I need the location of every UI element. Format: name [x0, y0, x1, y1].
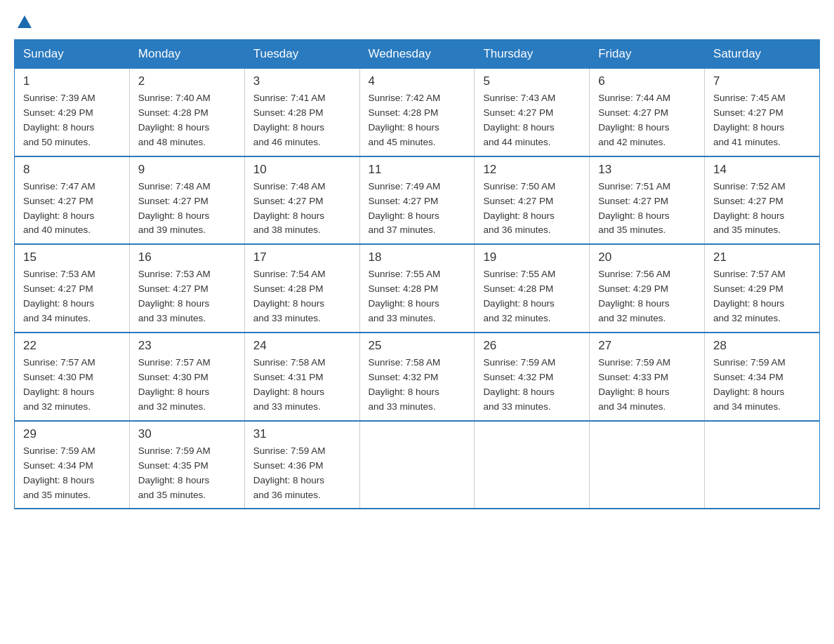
calendar-day-cell: 26 Sunrise: 7:59 AM Sunset: 4:32 PM Dayl… [475, 333, 590, 421]
day-number: 22 [23, 339, 121, 353]
day-info: Sunrise: 7:45 AM Sunset: 4:27 PM Dayligh… [713, 91, 811, 150]
calendar-day-cell [359, 421, 475, 509]
calendar-day-cell: 17 Sunrise: 7:54 AM Sunset: 4:28 PM Dayl… [244, 244, 359, 333]
day-info: Sunrise: 7:52 AM Sunset: 4:27 PM Dayligh… [713, 180, 811, 239]
calendar-day-cell: 21 Sunrise: 7:57 AM Sunset: 4:29 PM Dayl… [705, 244, 820, 333]
calendar-day-cell: 5 Sunrise: 7:43 AM Sunset: 4:27 PM Dayli… [475, 69, 590, 156]
calendar-table: SundayMondayTuesdayWednesdayThursdayFrid… [14, 39, 820, 509]
day-number: 29 [23, 427, 121, 441]
day-number: 28 [713, 339, 811, 353]
calendar-day-cell: 20 Sunrise: 7:56 AM Sunset: 4:29 PM Dayl… [590, 244, 705, 333]
day-number: 5 [483, 74, 581, 88]
day-number: 13 [598, 163, 696, 177]
calendar-day-cell [475, 421, 590, 509]
calendar-week-row: 15 Sunrise: 7:53 AM Sunset: 4:27 PM Dayl… [15, 244, 820, 333]
calendar-day-cell: 11 Sunrise: 7:49 AM Sunset: 4:27 PM Dayl… [359, 156, 475, 245]
day-info: Sunrise: 7:49 AM Sunset: 4:27 PM Dayligh… [369, 180, 466, 239]
weekday-header-wednesday: Wednesday [359, 40, 475, 69]
day-info: Sunrise: 7:54 AM Sunset: 4:28 PM Dayligh… [253, 267, 351, 326]
day-number: 17 [253, 250, 351, 264]
calendar-day-cell: 4 Sunrise: 7:42 AM Sunset: 4:28 PM Dayli… [359, 69, 475, 156]
day-number: 8 [23, 163, 121, 177]
day-number: 3 [253, 74, 351, 88]
day-info: Sunrise: 7:59 AM Sunset: 4:34 PM Dayligh… [23, 444, 121, 503]
day-number: 15 [23, 250, 121, 264]
day-number: 23 [138, 339, 236, 353]
day-info: Sunrise: 7:40 AM Sunset: 4:28 PM Dayligh… [138, 91, 236, 150]
weekday-header-thursday: Thursday [475, 40, 590, 69]
calendar-day-cell: 23 Sunrise: 7:57 AM Sunset: 4:30 PM Dayl… [129, 333, 244, 421]
day-number: 7 [713, 74, 811, 88]
day-info: Sunrise: 7:59 AM Sunset: 4:32 PM Dayligh… [483, 356, 581, 415]
day-info: Sunrise: 7:51 AM Sunset: 4:27 PM Dayligh… [598, 180, 696, 239]
calendar-day-cell: 10 Sunrise: 7:48 AM Sunset: 4:27 PM Dayl… [244, 156, 359, 245]
calendar-day-cell: 7 Sunrise: 7:45 AM Sunset: 4:27 PM Dayli… [705, 69, 820, 156]
day-info: Sunrise: 7:44 AM Sunset: 4:27 PM Dayligh… [598, 91, 696, 150]
weekday-header-row: SundayMondayTuesdayWednesdayThursdayFrid… [15, 40, 820, 69]
day-number: 9 [138, 163, 236, 177]
day-info: Sunrise: 7:57 AM Sunset: 4:30 PM Dayligh… [138, 356, 236, 415]
calendar-day-cell: 2 Sunrise: 7:40 AM Sunset: 4:28 PM Dayli… [129, 69, 244, 156]
day-number: 1 [23, 74, 121, 88]
calendar-day-cell: 18 Sunrise: 7:55 AM Sunset: 4:28 PM Dayl… [359, 244, 475, 333]
day-number: 14 [713, 163, 811, 177]
calendar-week-row: 22 Sunrise: 7:57 AM Sunset: 4:30 PM Dayl… [15, 333, 820, 421]
calendar-day-cell: 6 Sunrise: 7:44 AM Sunset: 4:27 PM Dayli… [590, 69, 705, 156]
calendar-day-cell: 22 Sunrise: 7:57 AM Sunset: 4:30 PM Dayl… [15, 333, 130, 421]
calendar-day-cell: 16 Sunrise: 7:53 AM Sunset: 4:27 PM Dayl… [129, 244, 244, 333]
calendar-day-cell: 3 Sunrise: 7:41 AM Sunset: 4:28 PM Dayli… [244, 69, 359, 156]
day-info: Sunrise: 7:47 AM Sunset: 4:27 PM Dayligh… [23, 180, 121, 239]
day-number: 27 [598, 339, 696, 353]
day-info: Sunrise: 7:48 AM Sunset: 4:27 PM Dayligh… [253, 180, 351, 239]
weekday-header-monday: Monday [129, 40, 244, 69]
day-info: Sunrise: 7:42 AM Sunset: 4:28 PM Dayligh… [369, 91, 466, 150]
logo [14, 14, 32, 32]
day-number: 12 [483, 163, 581, 177]
calendar-day-cell: 29 Sunrise: 7:59 AM Sunset: 4:34 PM Dayl… [15, 421, 130, 509]
page-header [14, 14, 820, 32]
calendar-week-row: 1 Sunrise: 7:39 AM Sunset: 4:29 PM Dayli… [15, 69, 820, 156]
day-number: 18 [369, 250, 466, 264]
day-info: Sunrise: 7:55 AM Sunset: 4:28 PM Dayligh… [483, 267, 581, 326]
day-info: Sunrise: 7:56 AM Sunset: 4:29 PM Dayligh… [598, 267, 696, 326]
calendar-day-cell: 24 Sunrise: 7:58 AM Sunset: 4:31 PM Dayl… [244, 333, 359, 421]
calendar-day-cell: 30 Sunrise: 7:59 AM Sunset: 4:35 PM Dayl… [129, 421, 244, 509]
calendar-week-row: 29 Sunrise: 7:59 AM Sunset: 4:34 PM Dayl… [15, 421, 820, 509]
weekday-header-friday: Friday [590, 40, 705, 69]
weekday-header-saturday: Saturday [705, 40, 820, 69]
day-number: 31 [253, 427, 351, 441]
calendar-day-cell: 13 Sunrise: 7:51 AM Sunset: 4:27 PM Dayl… [590, 156, 705, 245]
day-info: Sunrise: 7:55 AM Sunset: 4:28 PM Dayligh… [369, 267, 466, 326]
calendar-day-cell: 1 Sunrise: 7:39 AM Sunset: 4:29 PM Dayli… [15, 69, 130, 156]
calendar-week-row: 8 Sunrise: 7:47 AM Sunset: 4:27 PM Dayli… [15, 156, 820, 245]
day-number: 26 [483, 339, 581, 353]
day-info: Sunrise: 7:39 AM Sunset: 4:29 PM Dayligh… [23, 91, 121, 150]
day-number: 30 [138, 427, 236, 441]
day-number: 21 [713, 250, 811, 264]
day-number: 24 [253, 339, 351, 353]
calendar-day-cell: 14 Sunrise: 7:52 AM Sunset: 4:27 PM Dayl… [705, 156, 820, 245]
day-info: Sunrise: 7:41 AM Sunset: 4:28 PM Dayligh… [253, 91, 351, 150]
logo-triangle-icon [17, 14, 32, 29]
day-info: Sunrise: 7:53 AM Sunset: 4:27 PM Dayligh… [138, 267, 236, 326]
calendar-day-cell [705, 421, 820, 509]
day-info: Sunrise: 7:59 AM Sunset: 4:36 PM Dayligh… [253, 444, 351, 503]
day-number: 16 [138, 250, 236, 264]
calendar-day-cell: 31 Sunrise: 7:59 AM Sunset: 4:36 PM Dayl… [244, 421, 359, 509]
calendar-day-cell: 19 Sunrise: 7:55 AM Sunset: 4:28 PM Dayl… [475, 244, 590, 333]
day-number: 6 [598, 74, 696, 88]
calendar-day-cell: 25 Sunrise: 7:58 AM Sunset: 4:32 PM Dayl… [359, 333, 475, 421]
day-info: Sunrise: 7:58 AM Sunset: 4:32 PM Dayligh… [369, 356, 466, 415]
day-info: Sunrise: 7:48 AM Sunset: 4:27 PM Dayligh… [138, 180, 236, 239]
day-info: Sunrise: 7:53 AM Sunset: 4:27 PM Dayligh… [23, 267, 121, 326]
weekday-header-tuesday: Tuesday [244, 40, 359, 69]
day-info: Sunrise: 7:59 AM Sunset: 4:33 PM Dayligh… [598, 356, 696, 415]
weekday-header-sunday: Sunday [15, 40, 130, 69]
calendar-day-cell [590, 421, 705, 509]
day-info: Sunrise: 7:43 AM Sunset: 4:27 PM Dayligh… [483, 91, 581, 150]
calendar-day-cell: 9 Sunrise: 7:48 AM Sunset: 4:27 PM Dayli… [129, 156, 244, 245]
day-number: 25 [369, 339, 466, 353]
calendar-day-cell: 15 Sunrise: 7:53 AM Sunset: 4:27 PM Dayl… [15, 244, 130, 333]
day-info: Sunrise: 7:59 AM Sunset: 4:34 PM Dayligh… [713, 356, 811, 415]
day-info: Sunrise: 7:57 AM Sunset: 4:30 PM Dayligh… [23, 356, 121, 415]
